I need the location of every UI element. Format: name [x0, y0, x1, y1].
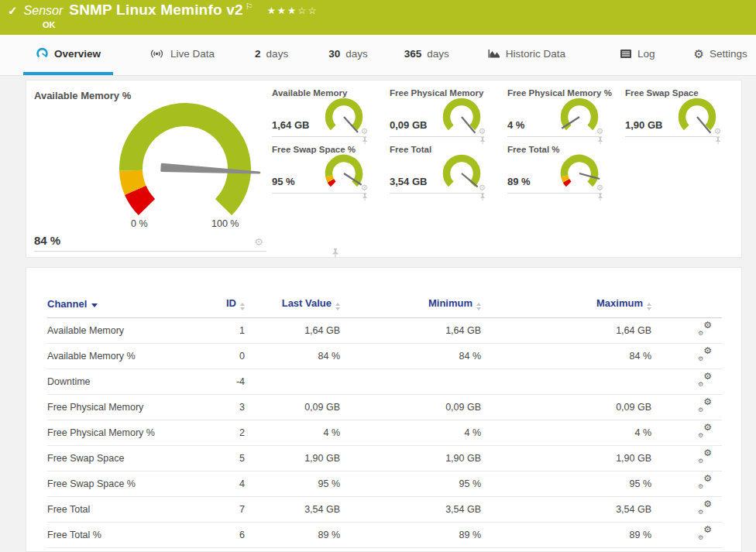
column-header-id[interactable]: ID [202, 297, 245, 318]
cell-channel: Free Total [47, 497, 202, 523]
tab-label: days [427, 48, 449, 60]
main-gauge-scale-min: 0 % [131, 218, 148, 229]
column-header-minimum[interactable]: Minimum [340, 297, 481, 318]
cell-channel: Free Swap Space [47, 446, 202, 471]
tab-log[interactable]: Log [607, 35, 668, 75]
column-label: Channel [47, 298, 87, 310]
cell-min: 1,64 GB [340, 318, 481, 344]
cell-last: 95 % [245, 471, 340, 497]
cell-max: 4 % [481, 420, 651, 446]
small-gauge-actions: ⚙ [361, 183, 368, 192]
gear-icon[interactable]: ⚙ [596, 183, 603, 192]
channel-settings-icon[interactable]: ⚙⚙ [698, 502, 712, 515]
channel-settings-icon[interactable]: ⚙⚙ [698, 477, 712, 489]
channel-settings-icon[interactable]: ⚙⚙ [698, 375, 712, 387]
cell-max: 95 % [481, 471, 651, 497]
pin-icon[interactable] [715, 136, 721, 145]
cell-actions: ⚙⚙ [651, 344, 722, 369]
tab-365-days[interactable]: 365 days [392, 35, 462, 75]
small-gauge-value: 95 % [272, 176, 295, 187]
column-label: Minimum [428, 297, 472, 309]
cell-actions: ⚙⚙ [651, 523, 722, 548]
column-header-channel[interactable]: Channel [47, 297, 202, 318]
cell-id: 0 [202, 344, 245, 369]
channel-table: Channel ID Last Value Minimum Maximum Av… [47, 297, 722, 548]
tab-number: 30 [328, 48, 340, 60]
cell-channel: Available Memory [47, 318, 202, 344]
channel-settings-icon[interactable]: ⚙⚙ [698, 528, 712, 540]
small-gauge-svg [439, 94, 484, 138]
sort-icon [647, 303, 651, 310]
tab-historic-data[interactable]: Historic Data [476, 35, 578, 75]
tab-2-days[interactable]: 2 days [242, 35, 301, 75]
table-row: Available Memory 1 1,64 GB 1,64 GB 1,64 … [47, 318, 722, 344]
small-gauge-value: 3,54 GB [390, 176, 427, 187]
small-gauge-svg [675, 94, 720, 138]
flag-icon: ⚐ [246, 2, 253, 12]
column-header-last-value[interactable]: Last Value [245, 297, 340, 318]
pin-icon[interactable] [332, 248, 339, 258]
tab-overview[interactable]: Overview [23, 35, 113, 75]
main-gauge-actions: ⚙ [254, 237, 263, 247]
channel-settings-icon[interactable]: ⚙⚙ [698, 324, 712, 336]
column-header-maximum[interactable]: Maximum [481, 297, 651, 318]
cell-actions: ⚙⚙ [651, 369, 722, 395]
channel-settings-icon[interactable]: ⚙⚙ [698, 349, 712, 362]
gear-icon[interactable]: ⚙ [361, 127, 368, 135]
pin-icon[interactable] [479, 193, 486, 201]
gear-icon[interactable]: ⚙ [596, 127, 603, 135]
cell-channel: Downtime [47, 369, 202, 395]
cell-max: 3,54 GB [481, 497, 651, 523]
cell-id: -4 [202, 369, 245, 395]
small-gauge-svg [321, 151, 366, 194]
cell-last: 84 % [245, 344, 340, 369]
cell-id: 4 [202, 471, 245, 497]
table-header-row: Channel ID Last Value Minimum Maximum [47, 297, 722, 318]
sensor-title-row: ✓ Sensor SNMP Linux Meminfo v2 ⚐ ★★★☆☆ [8, 2, 318, 19]
gear-icon[interactable]: ⚙ [479, 183, 486, 192]
small-gauge-card: Free Swap Space 1,90 GB ⚙ [625, 85, 720, 137]
cell-last: 0,09 GB [245, 395, 340, 420]
pin-icon[interactable] [362, 193, 368, 201]
cell-actions: ⚙⚙ [651, 497, 722, 523]
cell-min: 95 % [340, 471, 481, 497]
main-gauge-scale-max: 100 % [211, 218, 239, 229]
gear-icon[interactable]: ⚙ [361, 183, 368, 192]
channel-settings-icon[interactable]: ⚙⚙ [698, 451, 712, 464]
tab-label: Overview [54, 48, 101, 60]
small-gauge-actions: ⚙ [361, 127, 368, 135]
small-gauge-card: Free Physical Memory 0,09 GB ⚙ [390, 85, 484, 137]
pin-icon[interactable] [597, 193, 603, 201]
table-row: Free Total 7 3,54 GB 3,54 GB 3,54 GB ⚙⚙ [47, 497, 722, 523]
live-data-icon [149, 48, 165, 60]
gear-icon[interactable]: ⚙ [254, 237, 263, 247]
log-icon [620, 49, 632, 59]
column-header-actions [651, 297, 722, 318]
tab-30-days[interactable]: 30 days [316, 35, 380, 75]
cell-id: 6 [202, 523, 245, 548]
column-label: Maximum [596, 297, 643, 309]
status-badge: OK [43, 20, 56, 29]
cell-last: 1,90 GB [245, 446, 340, 471]
page-title: SNMP Linux Meminfo v2 [69, 2, 243, 19]
channel-settings-icon[interactable]: ⚙⚙ [698, 400, 712, 413]
tab-label: Historic Data [506, 48, 565, 60]
sort-icon [335, 303, 340, 310]
tab-settings[interactable]: ⚙ Settings [682, 35, 756, 75]
small-gauge-svg [557, 94, 602, 138]
channel-settings-icon[interactable]: ⚙⚙ [698, 426, 712, 438]
gauge-icon [36, 47, 49, 60]
cell-min: 84 % [340, 344, 481, 369]
gear-icon[interactable]: ⚙ [714, 127, 721, 135]
main-gauge-value: 84 % [34, 234, 60, 247]
small-gauge-actions: ⚙ [596, 183, 603, 192]
small-gauge-actions: ⚙ [479, 183, 486, 192]
small-gauge-value: 89 % [507, 176, 531, 187]
tab-live-data[interactable]: Live Data [136, 35, 227, 75]
gear-icon[interactable]: ⚙ [479, 127, 486, 135]
cell-channel: Free Physical Memory % [47, 420, 202, 446]
cell-id: 2 [202, 420, 245, 446]
cell-last: 4 % [245, 420, 340, 446]
cell-last: 89 % [245, 523, 340, 548]
priority-stars[interactable]: ★★★☆☆ [267, 5, 318, 16]
